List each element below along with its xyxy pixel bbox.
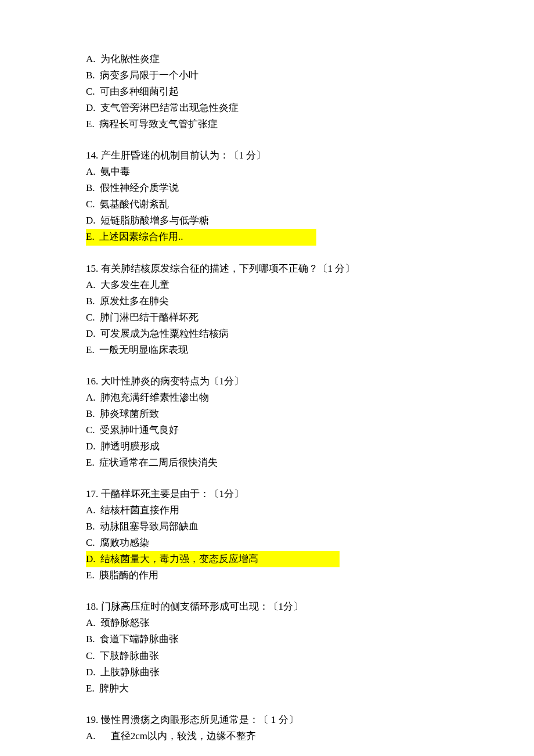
option-label: C.: [86, 650, 95, 661]
option-label: C.: [86, 86, 95, 97]
q15-option-a: A. 大多发生在儿童: [86, 277, 453, 293]
option-text: 下肢静脉曲张: [100, 650, 159, 661]
option-label: B.: [86, 296, 95, 307]
option-label: E.: [86, 118, 95, 129]
q14-option-e: E. 上述因素综合作用..: [86, 229, 453, 245]
option-label: C.: [86, 312, 95, 323]
q19-option-a: A. 直径2cm以内，较浅，边缘不整齐: [86, 728, 453, 744]
q19-stem: 19. 慢性胃溃疡之肉眼形态所见通常是：〔 1 分〕: [86, 712, 453, 728]
q16-option-e: E. 症状通常在二周后很快消失: [86, 455, 453, 471]
option-text: 上述因素综合作用..: [99, 231, 183, 242]
q18-option-d: D. 上肢静脉曲张: [86, 664, 453, 681]
option-text: 结核杆菌直接作用: [100, 505, 179, 516]
document-page: A. 为化脓性炎症 B. 病变多局限于一个小叶 C. 可由多种细菌引起 D. 支…: [0, 0, 534, 756]
option-text: 受累肺叶通气良好: [100, 424, 179, 435]
option-label: D.: [86, 102, 96, 113]
option-text: 上肢静脉曲张: [100, 667, 160, 678]
option-text: 脾肿大: [99, 683, 129, 694]
option-text: 可由多种细菌引起: [100, 86, 179, 97]
q17-option-b: B. 动脉阻塞导致局部缺血: [86, 519, 453, 535]
option-label: E.: [86, 344, 95, 355]
option-label: B.: [86, 70, 95, 81]
q15-option-b: B. 原发灶多在肺尖: [86, 293, 453, 309]
option-text: 结核菌量大，毒力强，变态反应增高: [100, 553, 258, 564]
option-label: E.: [86, 683, 95, 694]
option-label: A.: [86, 53, 96, 64]
option-text: 直径2cm以内，较浅，边缘不整齐: [100, 730, 256, 741]
q14-option-b: B. 假性神经介质学说: [86, 180, 453, 196]
option-text: 腐败功感染: [100, 537, 149, 548]
q14-option-d: D. 短链脂肪酸增多与低学糖: [86, 213, 453, 229]
highlight: D. 结核菌量大，毒力强，变态反应增高: [86, 551, 340, 567]
q13-option-c: C. 可由多种细菌引起: [86, 84, 453, 100]
option-label: E.: [86, 570, 95, 581]
q16-option-c: C. 受累肺叶通气良好: [86, 422, 453, 438]
option-label: D.: [86, 441, 96, 452]
option-label: B.: [86, 521, 95, 532]
option-text: 肺透明膜形成: [100, 441, 160, 452]
q17-option-c: C. 腐败功感染: [86, 535, 453, 551]
option-label: C.: [86, 424, 95, 435]
option-label: D.: [86, 553, 96, 564]
q13-option-a: A. 为化脓性炎症: [86, 51, 453, 67]
option-label: A.: [86, 730, 96, 741]
option-label: C.: [86, 199, 95, 210]
q16-stem: 16. 大叶性肺炎的病变特点为〔1分〕: [86, 373, 453, 390]
q15-option-d: D. 可发展成为急性粟粒性结核病: [86, 326, 453, 342]
option-text: 食道下端静脉曲张: [100, 633, 179, 645]
q18-stem: 18. 门脉高压症时的侧支循环形成可出现：〔1分〕: [86, 599, 453, 615]
q17-option-e: E. 胰脂酶的作用: [86, 567, 453, 584]
q14-stem: 14. 产生肝昏迷的机制目前认为：〔1 分〕: [86, 147, 453, 164]
option-text: 一般无明显临床表现: [99, 344, 188, 355]
option-label: D.: [86, 328, 96, 339]
option-label: E.: [86, 457, 95, 468]
q13-option-e: E. 病程长可导致支气管扩张症: [86, 116, 453, 132]
q13-option-d: D. 支气管旁淋巴结常出现急性炎症: [86, 100, 453, 116]
option-text: 假性神经介质学说: [100, 182, 179, 193]
option-label: D.: [86, 667, 96, 678]
option-text: 胰脂酶的作用: [99, 570, 158, 581]
q14-option-c: C. 氨基酸代谢紊乱: [86, 196, 453, 213]
option-label: B.: [86, 182, 95, 193]
option-text: 氨中毒: [100, 166, 130, 177]
q16-option-b: B. 肺炎球菌所致: [86, 406, 453, 422]
q15-option-e: E. 一般无明显临床表现: [86, 342, 453, 358]
q18-option-a: A. 颈静脉怒张: [86, 615, 453, 631]
option-text: 病变多局限于一个小叶: [100, 70, 199, 81]
q17-option-d: D. 结核菌量大，毒力强，变态反应增高: [86, 551, 453, 567]
option-text: 可发展成为急性粟粒性结核病: [100, 328, 229, 339]
option-text: 支气管旁淋巴结常出现急性炎症: [100, 102, 239, 113]
option-label: D.: [86, 215, 96, 226]
option-text: 肺炎球菌所致: [100, 408, 159, 419]
option-text: 氨基酸代谢紊乱: [100, 199, 169, 210]
option-label: E.: [86, 231, 95, 242]
option-label: A.: [86, 392, 96, 403]
option-label: A.: [86, 166, 96, 177]
option-text: 症状通常在二周后很快消失: [99, 457, 218, 468]
option-text: 大多发生在儿童: [100, 279, 169, 290]
option-text: 动脉阻塞导致局部缺血: [100, 521, 199, 532]
option-text: 原发灶多在肺尖: [100, 296, 169, 307]
q17-option-a: A. 结核杆菌直接作用: [86, 502, 453, 519]
option-label: C.: [86, 537, 95, 548]
q15-stem: 15. 有关肺结核原发综合征的描述，下列哪项不正确？〔1 分〕: [86, 261, 453, 277]
option-text: 肺泡充满纤维素性渗出物: [100, 392, 209, 403]
option-text: 为化脓性炎症: [100, 53, 160, 64]
highlight: E. 上述因素综合作用..: [86, 229, 316, 245]
option-label: A.: [86, 617, 96, 628]
option-text: 短链脂肪酸增多与低学糖: [100, 215, 209, 226]
q15-option-c: C. 肺门淋巴结干酪样坏死: [86, 309, 453, 326]
q16-option-a: A. 肺泡充满纤维素性渗出物: [86, 390, 453, 406]
q18-option-c: C. 下肢静脉曲张: [86, 648, 453, 664]
q13-option-b: B. 病变多局限于一个小叶: [86, 67, 453, 84]
option-text: 肺门淋巴结干酪样坏死: [100, 312, 199, 323]
q18-option-e: E. 脾肿大: [86, 681, 453, 697]
option-label: A.: [86, 279, 96, 290]
option-text: 颈静脉怒张: [100, 617, 150, 628]
q17-stem: 17. 干酪样坏死主要是由于：〔1分〕: [86, 486, 453, 502]
q16-option-d: D. 肺透明膜形成: [86, 438, 453, 455]
option-text: 病程长可导致支气管扩张症: [99, 118, 218, 129]
q14-option-a: A. 氨中毒: [86, 164, 453, 180]
q18-option-b: B. 食道下端静脉曲张: [86, 631, 453, 647]
option-label: B.: [86, 408, 95, 419]
